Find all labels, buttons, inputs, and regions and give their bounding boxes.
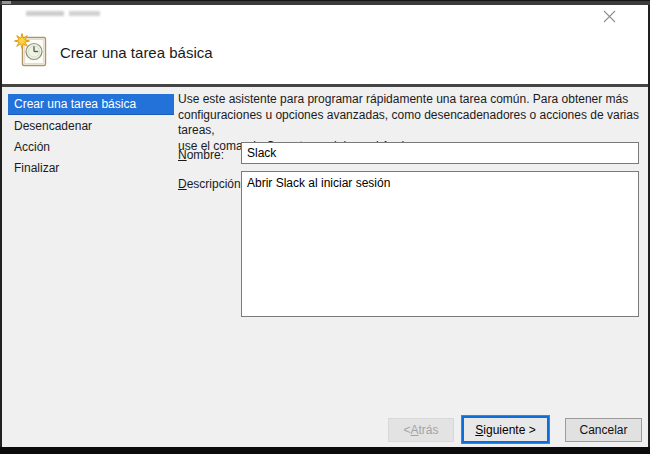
- step-finalizar: Finalizar: [8, 158, 174, 178]
- wizard-steps: Crear una tarea básica Desencadenar Acci…: [8, 94, 174, 179]
- window-corner-notch: [2, 1, 11, 4]
- back-button-mnemonic: A: [410, 423, 418, 437]
- back-button-prefix: <: [403, 423, 410, 437]
- close-icon: [603, 10, 616, 26]
- description-textarea[interactable]: Abrir Slack al iniciar sesión: [241, 171, 639, 317]
- name-label: Nombre:: [178, 148, 224, 162]
- name-input[interactable]: [241, 142, 639, 164]
- cancel-button[interactable]: Cancelar: [565, 418, 642, 442]
- next-button-rest: iguiente >: [483, 423, 535, 437]
- blurred-window-title: [26, 11, 100, 16]
- close-button[interactable]: [592, 5, 626, 31]
- titlebar: [2, 5, 648, 31]
- wizard-body: Crear una tarea básica Desencadenar Acci…: [2, 87, 648, 447]
- description-label-rest: escripción:: [187, 177, 244, 191]
- step-accion: Acción: [8, 137, 174, 157]
- back-button[interactable]: < Atrás: [388, 418, 454, 442]
- back-button-rest: trás: [419, 423, 439, 437]
- step-desencadenar: Desencadenar: [8, 116, 174, 136]
- name-label-rest: ombre:: [187, 148, 224, 162]
- description-label: Descripción:: [178, 177, 244, 191]
- name-label-mnemonic: N: [178, 148, 187, 162]
- create-basic-task-wizard-window: Crear una tarea básica Crear una tarea b…: [0, 0, 650, 454]
- step-crear-tarea-basica: Crear una tarea básica: [8, 94, 174, 115]
- instructions-line-2: configuraciones u opciones avanzadas, co…: [178, 108, 644, 139]
- wizard-header: Crear una tarea básica: [2, 31, 648, 84]
- next-button[interactable]: Siguiente >: [462, 416, 549, 443]
- next-button-mnemonic: S: [475, 423, 483, 437]
- task-scheduler-icon: [14, 32, 50, 72]
- page-title: Crear una tarea básica: [60, 44, 213, 61]
- description-label-mnemonic: D: [178, 177, 187, 191]
- instructions-line-1: Use este asistente para programar rápida…: [178, 92, 644, 108]
- window-bottom-edge: [0, 447, 650, 454]
